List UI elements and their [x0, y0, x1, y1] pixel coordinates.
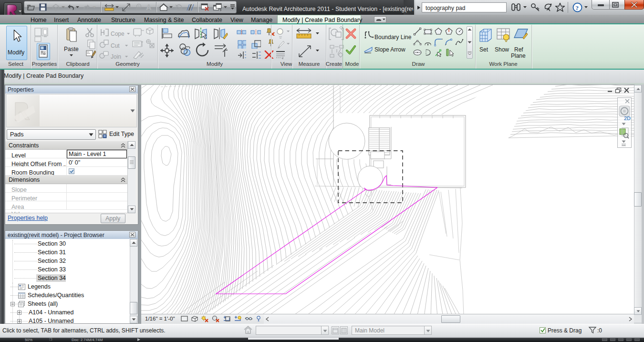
svg-text:?: ? — [576, 4, 579, 11]
svg-text:1: 1 — [138, 5, 140, 8]
svg-text:A: A — [146, 3, 152, 11]
